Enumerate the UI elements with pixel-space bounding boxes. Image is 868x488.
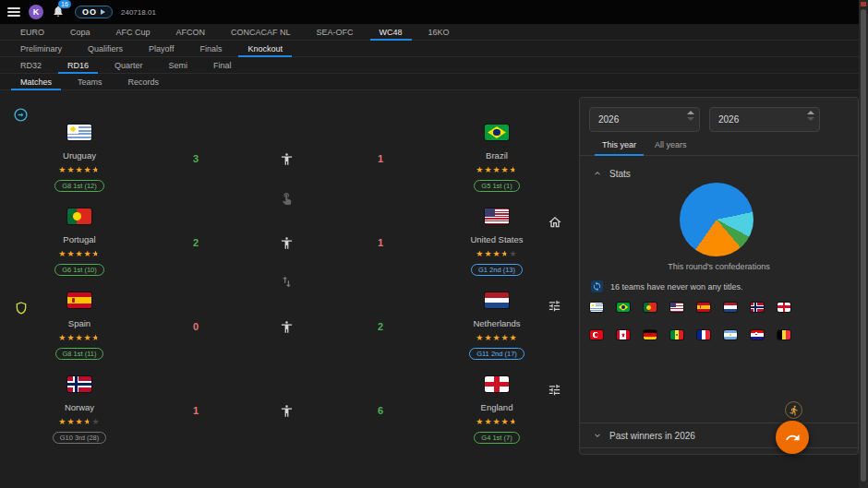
group-result-badge: G8 1st (12) (54, 180, 104, 192)
match-row[interactable]: Uruguay★★★★★G8 1st (12)Brazil★★★★★G5 1st… (0, 125, 579, 208)
group-result-badge: G5 1st (1) (474, 180, 519, 192)
flag-ar (724, 330, 737, 339)
match-row[interactable]: Portugal★★★★★G6 1st (10)United States★★★… (0, 208, 579, 292)
home-team[interactable]: Portugal★★★★★G6 1st (10) (29, 208, 130, 276)
tab-records[interactable]: Records (115, 74, 173, 89)
away-team[interactable]: England★★★★★G4 1st (7) (446, 376, 548, 444)
group-result-badge: G1 2nd (13) (471, 264, 523, 276)
tab-sea-ofc[interactable]: SEA-OFC (304, 24, 367, 40)
tune-icon[interactable] (548, 299, 563, 315)
tab-quarter[interactable]: Quarter (102, 57, 156, 73)
tab-wc48[interactable]: WC48 (367, 24, 416, 40)
session-control[interactable]: OO (75, 6, 113, 18)
tune-icon[interactable] (548, 383, 563, 399)
tab-16ko[interactable]: 16KO (416, 24, 463, 40)
stats-section-header[interactable]: Stats (580, 164, 858, 183)
touch-icon[interactable] (280, 191, 295, 207)
player-icon (280, 152, 296, 169)
home-team[interactable]: Norway★★★★★G10 3rd (28) (29, 376, 130, 444)
scrollbar-thumb[interactable] (861, 9, 866, 482)
round-circle-icon[interactable] (13, 107, 29, 123)
spinner-carets[interactable] (807, 111, 814, 121)
away-score: 1 (353, 153, 408, 164)
tab-final[interactable]: Final (200, 57, 245, 73)
tab-euro[interactable]: EURO (7, 24, 57, 40)
home-venue-icon[interactable] (548, 215, 563, 231)
past-winners-header[interactable]: Past winners in 2026 (580, 426, 858, 445)
tab-semi[interactable]: Semi (156, 57, 201, 73)
tab-matches[interactable]: Matches (7, 74, 65, 89)
notification-badge: 16 (58, 0, 71, 8)
panel-tab-this-year[interactable]: This year (593, 135, 645, 155)
tab-rd32[interactable]: RD32 (7, 57, 54, 73)
session-label: OO (82, 7, 97, 17)
tab-concacaf-nl[interactable]: CONCACAF NL (218, 24, 304, 40)
scrollbar[interactable] (859, 0, 868, 488)
confederations-pie-chart (680, 183, 753, 256)
flag-uy (590, 303, 603, 312)
app-window: K 16 OO 240718.01 EUROCopaAFC CupAFCONCO… (0, 0, 868, 488)
year-to-spinner[interactable]: 2026 (709, 107, 820, 132)
topbar: K 16 OO 240718.01 (0, 0, 868, 24)
flag-sn (670, 330, 683, 339)
tab-teams[interactable]: Teams (65, 74, 115, 89)
avatar[interactable]: K (29, 5, 43, 19)
shield-icon[interactable] (14, 301, 30, 316)
runner-icon[interactable] (785, 401, 802, 419)
tab-knockout[interactable]: Knockout (235, 41, 295, 56)
panel-tab-all-years[interactable]: All years (645, 135, 696, 155)
scrollbar-mark (861, 2, 866, 6)
home-team[interactable]: Uruguay★★★★★G8 1st (12) (29, 125, 130, 192)
flag-es (67, 292, 91, 308)
tab-qualifiers[interactable]: Qualifiers (75, 41, 136, 56)
divider (580, 447, 858, 448)
caret-down-icon[interactable] (687, 117, 694, 121)
past-winners-label: Past winners in 2026 (609, 431, 695, 441)
team-name: Brazil (486, 150, 508, 161)
tab-afcon[interactable]: AFCON (163, 24, 219, 40)
flag-ca (617, 330, 630, 339)
spinner-carets[interactable] (687, 111, 694, 121)
flag-nl (724, 303, 737, 312)
caret-down-icon[interactable] (807, 117, 814, 121)
group-result-badge: G11 2nd (17) (469, 348, 524, 360)
away-team[interactable]: United States★★★★★G1 2nd (13) (446, 208, 548, 276)
swap-vertical-icon[interactable] (280, 275, 295, 291)
tab-copa[interactable]: Copa (57, 24, 103, 40)
year-from-spinner[interactable]: 2026 (589, 107, 700, 132)
chevron-up-icon (593, 169, 602, 178)
home-score: 3 (168, 153, 223, 164)
match-list: Uruguay★★★★★G8 1st (12)Brazil★★★★★G5 1st… (0, 92, 579, 488)
tab-afc-cup[interactable]: AFC Cup (103, 24, 163, 40)
match-row[interactable]: Spain★★★★★G8 1st (11)Netherlands★★★★★G11… (0, 292, 579, 376)
team-rating-stars: ★★★★★ (58, 165, 100, 174)
tab-finals[interactable]: Finals (187, 41, 235, 56)
team-rating-stars: ★★★★★ (476, 249, 517, 258)
notifications-button[interactable]: 16 (52, 5, 66, 19)
pie-caption: This round's confederations (580, 262, 858, 271)
caret-up-icon[interactable] (807, 111, 814, 114)
home-team[interactable]: Spain★★★★★G8 1st (11) (29, 292, 130, 360)
tab-rd16[interactable]: RD16 (54, 57, 102, 73)
divider (580, 423, 858, 423)
rounds-tabbar: RD32RD16QuarterSemiFinal (0, 57, 859, 74)
away-team[interactable]: Netherlands★★★★★G11 2nd (17) (446, 292, 548, 360)
match-row[interactable]: Norway★★★★★G10 3rd (28)England★★★★★G4 1s… (0, 376, 579, 460)
flag-us (670, 303, 683, 312)
away-score: 2 (353, 321, 408, 332)
shuffle-fab-button[interactable] (776, 421, 809, 454)
away-team[interactable]: Brazil★★★★★G5 1st (1) (446, 125, 548, 192)
tab-preliminary[interactable]: Preliminary (7, 41, 75, 56)
flag-grid-row (590, 303, 790, 312)
flag-hr (751, 330, 764, 339)
team-name: Netherlands (473, 318, 520, 328)
team-rating-stars: ★★★★★ (476, 417, 517, 426)
stages-tabbar: PreliminaryQualifiersPlayoffFinalsKnocko… (0, 41, 859, 57)
no-titles-text: 16 teams have never won any titles. (610, 282, 743, 292)
away-score: 6 (353, 405, 408, 416)
menu-icon[interactable] (7, 7, 20, 17)
play-icon[interactable] (101, 9, 105, 15)
flag-es (697, 303, 710, 312)
caret-up-icon[interactable] (687, 111, 694, 114)
tab-playoff[interactable]: Playoff (136, 41, 187, 56)
